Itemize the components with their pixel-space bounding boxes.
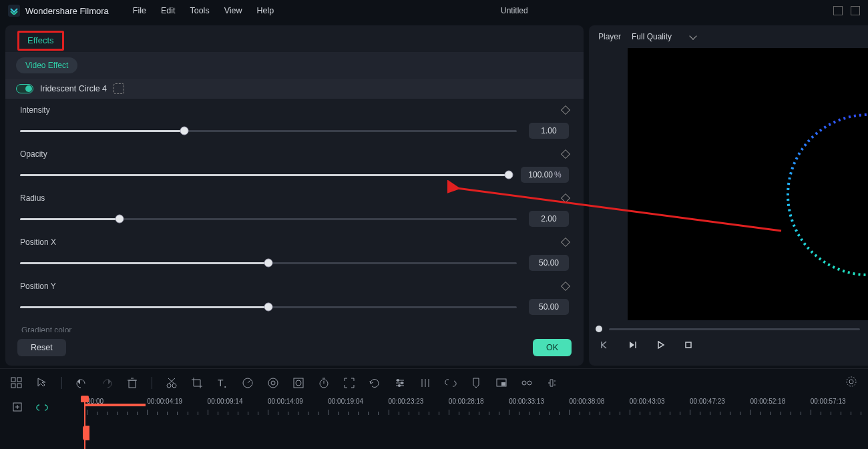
radius-value[interactable]: 2.00	[529, 211, 569, 227]
posy-slider[interactable]	[20, 306, 517, 308]
crop-icon[interactable]	[191, 377, 203, 389]
focus-icon[interactable]	[343, 377, 355, 389]
svg-point-29	[397, 379, 399, 382]
svg-point-38	[527, 381, 531, 385]
svg-point-20	[271, 381, 275, 385]
effect-expand-icon[interactable]	[114, 83, 124, 94]
posx-slider[interactable]	[20, 262, 517, 264]
svg-point-12	[172, 384, 176, 388]
settings-gear-icon[interactable]	[845, 376, 857, 388]
group-icon[interactable]	[521, 377, 533, 389]
opacity-value[interactable]: 100.00%	[521, 167, 569, 183]
opacity-slider[interactable]	[20, 174, 509, 176]
keyframe-icon[interactable]	[561, 105, 570, 115]
keyframe-icon[interactable]	[561, 149, 570, 159]
menubar: Wondershare Filmora File Edit Tools View…	[0, 0, 868, 21]
play-step-icon[interactable]	[626, 339, 638, 351]
track-link-icon[interactable]	[36, 402, 48, 414]
cursor-icon[interactable]	[36, 377, 48, 389]
menu-help[interactable]: Help	[257, 6, 274, 15]
param-radius: Radius 2.00	[20, 193, 569, 227]
keyframe-icon[interactable]	[561, 238, 570, 247]
menu-file[interactable]: File	[133, 6, 146, 15]
menu-tools[interactable]: Tools	[190, 6, 209, 15]
ok-button[interactable]: OK	[533, 339, 572, 356]
align-icon[interactable]	[419, 377, 431, 389]
document-title: Untitled	[501, 6, 528, 15]
param-opacity-label: Opacity	[20, 149, 47, 159]
unlink-icon[interactable]	[445, 377, 457, 389]
text-icon[interactable]: T•	[216, 377, 228, 389]
radius-slider[interactable]	[20, 218, 517, 220]
preview-viewport[interactable]	[628, 48, 868, 320]
player-panel: Player Full Quality	[589, 25, 868, 366]
app-name: Wondershare Filmora	[25, 6, 109, 16]
param-intensity: Intensity 1.00	[20, 105, 569, 139]
svg-rect-21	[294, 378, 303, 388]
svg-point-30	[401, 382, 403, 384]
posx-value[interactable]: 50.00	[529, 255, 569, 271]
svg-rect-36	[501, 382, 505, 386]
separator	[61, 377, 62, 389]
intensity-value[interactable]: 1.00	[529, 123, 569, 139]
clip-handle[interactable]	[83, 426, 89, 440]
pip-icon[interactable]	[495, 377, 507, 389]
quality-dropdown[interactable]: Full Quality	[632, 32, 696, 41]
intensity-slider[interactable]	[20, 130, 517, 132]
quality-value: Full Quality	[632, 32, 672, 41]
posy-value[interactable]: 50.00	[529, 299, 569, 315]
seek-handle[interactable]	[596, 326, 602, 332]
reset-button[interactable]: Reset	[17, 339, 66, 356]
param-intensity-label: Intensity	[20, 105, 50, 115]
marker-icon[interactable]	[470, 377, 482, 389]
timecode-label: 00:00:43:03	[630, 398, 665, 405]
svg-point-37	[522, 381, 526, 385]
track-add-icon[interactable]	[12, 402, 24, 414]
window-layout-icon[interactable]	[833, 6, 843, 15]
timecode-label: 00:00:23:23	[389, 398, 424, 405]
audio-icon[interactable]	[546, 377, 558, 389]
keyframe-icon[interactable]	[561, 193, 570, 203]
speed-icon[interactable]	[242, 377, 254, 389]
timer-icon[interactable]	[318, 377, 330, 389]
cut-icon[interactable]	[166, 377, 178, 389]
timeline: 00:0000:00:04:1900:00:09:1400:00:14:0900…	[0, 396, 868, 449]
menu-edit[interactable]: Edit	[161, 6, 176, 15]
param-position-x: Position X 50.00	[20, 238, 569, 271]
param-opacity: Opacity 100.00%	[20, 149, 569, 183]
svg-rect-4	[11, 378, 15, 382]
keyframe-icon[interactable]	[561, 282, 570, 291]
color-icon[interactable]	[267, 377, 279, 389]
timecode-label: 00:00:47:23	[690, 398, 725, 405]
timecode-label: 00:00:14:09	[268, 398, 303, 405]
sliders-icon[interactable]	[394, 377, 406, 389]
stop-icon[interactable]	[682, 339, 694, 351]
prev-frame-icon[interactable]	[598, 339, 610, 351]
separator	[152, 377, 152, 389]
refresh-icon[interactable]	[369, 377, 381, 389]
timecode-label: 00:00:33:13	[509, 398, 544, 405]
undo-icon[interactable]	[75, 377, 87, 389]
window-layout2-icon[interactable]	[851, 6, 860, 15]
grid-icon[interactable]	[11, 377, 23, 389]
subtab-video-effect[interactable]: Video Effect	[16, 57, 77, 73]
menu-view[interactable]: View	[224, 6, 242, 15]
seek-track[interactable]	[609, 328, 860, 330]
param-posy-label: Position Y	[20, 282, 56, 291]
play-icon[interactable]	[654, 339, 666, 351]
player-label: Player	[598, 32, 621, 41]
svg-rect-6	[11, 384, 15, 388]
tab-effects[interactable]: Effects	[17, 31, 64, 51]
svg-point-31	[398, 384, 401, 387]
timecode-label: 00:00:38:08	[569, 398, 604, 405]
chroma-icon[interactable]	[292, 377, 304, 389]
redo-icon[interactable]	[101, 377, 113, 389]
trash-icon[interactable]	[126, 377, 138, 389]
svg-rect-5	[17, 378, 21, 382]
timeline-ruler-area[interactable]: 00:0000:00:04:1900:00:09:1400:00:14:0900…	[84, 396, 868, 449]
timeline-toolbar: T•	[0, 368, 868, 396]
param-radius-label: Radius	[20, 193, 45, 203]
effect-enable-toggle[interactable]	[16, 84, 33, 93]
svg-text:•: •	[224, 384, 226, 389]
timecode-label: 00:00:09:14	[208, 398, 243, 405]
